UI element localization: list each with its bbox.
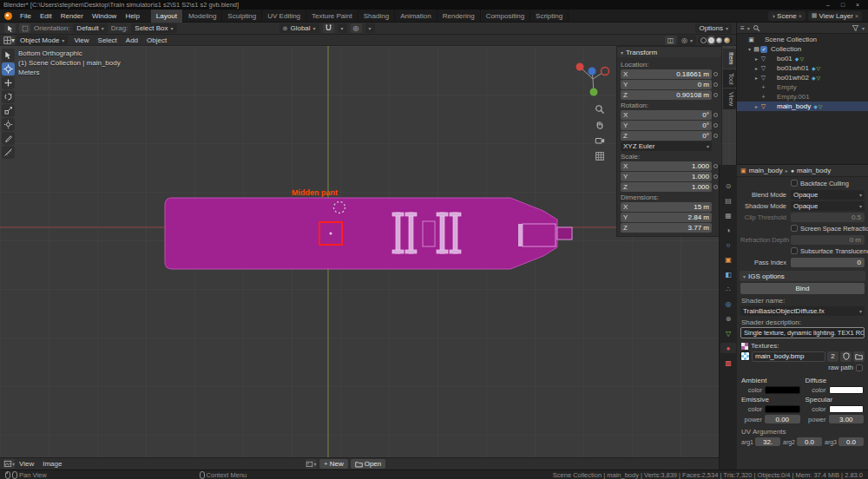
rotation-mode-select[interactable]: XYZ Euler ▾ [621, 141, 712, 151]
scale-field[interactable]: Z 1.000 [621, 182, 712, 192]
animate-dot-icon[interactable] [713, 174, 718, 179]
properties-tab[interactable]: ○ [720, 240, 736, 250]
image-menu-item[interactable]: View [15, 458, 38, 469]
screen-space-refraction-checkbox[interactable] [791, 225, 798, 232]
workspace-tab[interactable]: Shading [358, 10, 395, 23]
bind-button[interactable]: Bind [740, 283, 865, 294]
shader-name-select[interactable]: TrainBasicObjectDiffuse.fx▾ [740, 306, 865, 316]
outliner-editor-icon[interactable]: ≡ [740, 24, 745, 32]
snap-toggle[interactable] [323, 23, 334, 33]
gizmo-x-axis[interactable] [576, 63, 584, 71]
workspace-tab[interactable]: Texture Paint [306, 10, 358, 23]
select-box-tool[interactable] [2, 49, 15, 62]
shading-solid-button[interactable] [708, 37, 714, 43]
transform-orientation-select[interactable]: ⊕ Global▾ [279, 23, 319, 33]
nav-gizmo[interactable] [576, 63, 609, 96]
filter-funnel-icon[interactable] [852, 24, 859, 32]
emissive-color-swatch[interactable] [765, 405, 800, 413]
measure-tool[interactable] [2, 146, 15, 159]
shading-rendered-button[interactable] [724, 37, 730, 43]
properties-tab[interactable]: ▤ [720, 195, 736, 206]
workspace-tab[interactable]: Sculpting [222, 10, 262, 23]
animate-dot-icon[interactable] [713, 134, 718, 138]
outliner-row[interactable]: ▸ bo01 [737, 54, 868, 63]
window-control-button[interactable]: □ [836, 1, 850, 10]
snap-settings-dropdown[interactable]: ▾ [338, 23, 347, 33]
properties-tab[interactable]: ∴ [720, 284, 736, 294]
dimension-field[interactable]: X 15 m [621, 202, 712, 212]
animate-dot-icon[interactable] [713, 164, 718, 168]
texture-users-count[interactable]: 2 [827, 351, 838, 362]
rotation-field[interactable]: X 0° [621, 110, 712, 120]
zoom-icon[interactable] [594, 103, 606, 115]
menu-item[interactable]: Window [88, 10, 121, 22]
outliner-row[interactable]: Empty [737, 82, 868, 92]
scale-field[interactable]: Y 1.000 [621, 172, 712, 181]
unlink-view-layer-icon[interactable]: × [855, 13, 858, 19]
shading-material-button[interactable] [716, 37, 722, 43]
subsurface-translucency-checkbox[interactable] [791, 247, 798, 254]
location-field[interactable]: Y 0 m [621, 80, 712, 89]
animate-dot-icon[interactable] [713, 185, 718, 189]
transform-panel-header[interactable]: ▾ Transform [617, 47, 721, 57]
outliner-row[interactable]: ▸ main_body [737, 102, 868, 111]
scale-tool[interactable] [2, 104, 15, 117]
location-field[interactable]: Z 0.90108 m [621, 90, 712, 100]
uv-arg-field[interactable]: 0.0 [838, 437, 864, 446]
expander-icon[interactable]: ▸ [753, 75, 760, 81]
n-panel-tab[interactable]: View [723, 89, 736, 109]
specular-color-swatch[interactable] [829, 405, 865, 413]
pass-index-field[interactable]: 0 [791, 258, 865, 267]
rotation-field[interactable]: Y 0° [621, 121, 712, 130]
outliner-row[interactable]: Empty.001 [737, 92, 868, 102]
rotate-tool[interactable] [2, 90, 15, 103]
properties-tab[interactable]: ● [720, 343, 736, 353]
viewport-menu-item[interactable]: Select [94, 35, 122, 46]
orientation-select[interactable]: Default▾ [73, 23, 107, 33]
options-dropdown[interactable]: Options▾ [695, 23, 732, 33]
search-icon[interactable] [753, 24, 760, 32]
outliner-row[interactable]: ▸ bo01wh02 [737, 73, 868, 82]
image-menu-item[interactable]: Image [38, 458, 66, 469]
properties-tab[interactable]: ▣ [720, 254, 736, 265]
blender-logo-icon[interactable] [4, 12, 12, 20]
workspace-tab[interactable]: Layout [151, 10, 183, 23]
scene-selector[interactable]: ◑ Scene × [768, 11, 806, 21]
transform-tool[interactable] [2, 118, 15, 131]
window-control-button[interactable]: – [821, 1, 835, 10]
pan-hand-icon[interactable] [594, 119, 606, 131]
workspace-tab[interactable]: Animation [395, 10, 437, 23]
n-panel-tab[interactable]: Tool [723, 69, 736, 89]
diffuse-color-swatch[interactable] [829, 386, 865, 394]
rotation-field[interactable]: Z 0° [621, 131, 712, 141]
view-layer-selector[interactable]: ▦ View Layer × [808, 11, 862, 21]
menu-item[interactable]: File [16, 10, 36, 22]
collection-checkbox[interactable] [760, 46, 767, 53]
active-tool-icon[interactable] [4, 23, 16, 33]
viewport-menu-item[interactable]: View [69, 35, 93, 46]
tool-fallback-icon[interactable] [19, 23, 30, 33]
texture-thumbnail[interactable] [740, 351, 750, 361]
viewport-menu-item[interactable]: Object [142, 35, 171, 46]
shadow-mode-select[interactable]: Opaque▾ [791, 201, 865, 211]
window-control-button[interactable]: × [851, 1, 865, 10]
train-body[interactable] [165, 198, 557, 269]
workspace-tab[interactable]: Scripting [530, 10, 569, 23]
drag-select[interactable]: Select Box▾ [131, 23, 176, 33]
workspace-tab[interactable]: Compositing [481, 10, 530, 23]
properties-tab[interactable]: ▦ [720, 210, 736, 220]
igs-options-header[interactable]: ▾ IGS options [740, 271, 865, 281]
gizmo-x-neg-axis[interactable] [602, 68, 609, 75]
uv-arg-field[interactable]: 32. [755, 437, 780, 446]
blend-mode-select[interactable]: Opaque▾ [791, 190, 865, 200]
menu-item[interactable]: Edit [36, 10, 56, 22]
animate-dot-icon[interactable] [713, 113, 718, 117]
new-image-button[interactable]: + New [319, 459, 348, 469]
outliner-row[interactable]: Scene Collection [737, 35, 868, 44]
backface-culling-checkbox[interactable] [791, 180, 798, 187]
properties-tab[interactable]: ◑ [720, 225, 736, 235]
workspace-tab[interactable]: Modeling [183, 10, 222, 23]
dimension-field[interactable]: Y 2.84 m [621, 213, 712, 222]
emissive-power-field[interactable]: 0.00 [765, 415, 800, 423]
shading-wireframe-button[interactable] [700, 37, 707, 43]
